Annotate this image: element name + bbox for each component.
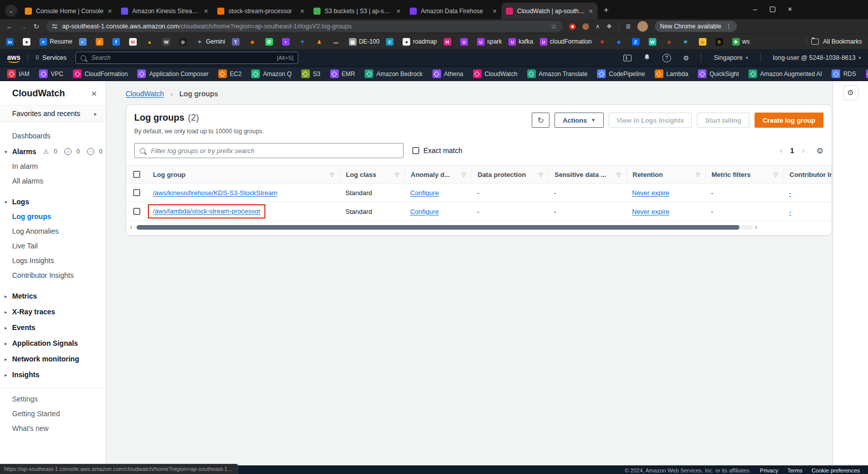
sidebar-close-icon[interactable]: × [91, 89, 97, 98]
site-info-icon[interactable] [52, 23, 58, 29]
service-shortcut[interactable]: Kinesis [866, 69, 868, 78]
forward-button[interactable]: → [20, 22, 27, 30]
column-header[interactable]: Contributor In ▽ [783, 166, 832, 183]
close-window-button[interactable]: × [788, 5, 792, 13]
service-shortcut[interactable]: RDS [832, 69, 856, 78]
chrome-update-button[interactable]: New Chrome available⋮ [655, 21, 737, 32]
tab-close-icon[interactable]: × [108, 7, 112, 15]
retention-link[interactable]: Never expire [632, 208, 669, 215]
scroll-left-icon[interactable]: ‹ [130, 224, 132, 231]
bookmark-item[interactable]: ▲ [146, 38, 156, 46]
footer-link[interactable]: Privacy [760, 467, 778, 473]
browser-tab[interactable]: Console Home | Console × [20, 3, 116, 19]
retention-link[interactable]: Never expire [632, 189, 669, 197]
filter-search-box[interactable] [134, 143, 404, 158]
bookmark-item[interactable]: ◉ [179, 38, 189, 46]
scrollbar-thumb[interactable] [137, 225, 739, 230]
all-bookmarks-button[interactable]: All Bookmarks [807, 38, 862, 45]
service-shortcut[interactable]: EC2 [218, 69, 242, 78]
service-shortcut[interactable]: Amazon Q [251, 69, 292, 78]
bookmark-item[interactable]: C [386, 38, 396, 46]
service-shortcut[interactable]: CloudWatch [473, 69, 518, 78]
cloudshell-icon[interactable]: ❯ [623, 55, 632, 61]
service-shortcut[interactable]: Athena [432, 69, 463, 78]
bookmark-item[interactable]: W [163, 38, 173, 46]
tab-close-icon[interactable]: × [204, 7, 208, 15]
filter-funnel-icon[interactable]: ▽ [462, 171, 466, 178]
sidebar-section-logs[interactable]: ▾ Logs [5, 198, 106, 206]
bookmark-item[interactable]: ◐ [79, 38, 89, 46]
log-group-link[interactable]: /aws/lambda/stock-stream-processor [153, 207, 260, 215]
sidebar-section-collapsed[interactable]: ▸ Metrics [5, 292, 106, 300]
bookmark-item[interactable]: ◆ [249, 38, 259, 46]
filter-funnel-icon[interactable]: ▽ [774, 171, 778, 178]
tab-search-button[interactable]: ⌄ [5, 5, 17, 17]
browser-tab[interactable]: Amazon Data Firehose × [405, 3, 501, 19]
filter-funnel-icon[interactable]: ▽ [395, 171, 399, 178]
sidebar-item-logs-child[interactable]: Log groups [12, 212, 106, 221]
bookmark-item[interactable]: ▤ DE-100 [349, 38, 380, 46]
row-checkbox[interactable] [133, 208, 140, 215]
sidebar-item-all-alarms[interactable]: All alarms [12, 177, 106, 185]
url-bar[interactable]: ap-southeast-1.console.aws.amazon.com/cl… [46, 21, 563, 32]
scroll-right-icon[interactable]: › [755, 224, 757, 231]
new-tab-button[interactable]: + [600, 4, 613, 17]
footer-link[interactable]: Cookie preferences [812, 467, 860, 473]
sidebar-item-logs-child[interactable]: Log Anomalies [12, 227, 106, 235]
aws-search-input[interactable] [90, 54, 272, 62]
reading-list-icon[interactable]: ≣ [625, 23, 630, 30]
region-selector[interactable]: Singapore▾ [714, 54, 748, 61]
table-preferences-gear-icon[interactable]: ⚙ [816, 146, 823, 156]
service-shortcut[interactable]: QuickSight [698, 69, 739, 78]
bookmark-item[interactable]: M [129, 38, 139, 46]
minimize-button[interactable]: – [753, 5, 757, 13]
bookmark-item[interactable]: 2 [96, 38, 106, 46]
column-header[interactable]: Sensitive data ... ▽ [548, 166, 626, 183]
exact-match-option[interactable]: Exact match [412, 147, 462, 155]
bookmark-item[interactable]: ✦ Gemini [196, 38, 225, 46]
service-shortcut[interactable]: S3 [301, 69, 321, 78]
service-shortcut[interactable]: Lambda [655, 69, 688, 78]
bookmark-item[interactable]: H [444, 38, 454, 46]
extension-cookie-icon[interactable] [582, 23, 589, 30]
view-logs-insights-button[interactable]: View in Logs Insights [609, 113, 692, 128]
contributor-insights-link[interactable]: - [789, 208, 791, 215]
bookmark-item[interactable]: ☺ [699, 38, 709, 46]
sidebar-section-collapsed[interactable]: ▸ Network monitoring [5, 355, 106, 363]
aws-logo[interactable]: aws [7, 53, 20, 63]
browser-tab[interactable]: Amazon Kinesis Streams × [116, 3, 213, 19]
bookmark-item[interactable]: ◈ [665, 38, 676, 46]
bookmark-item[interactable]: f [112, 38, 123, 46]
restore-button[interactable] [770, 7, 775, 12]
sidebar-item-bottom[interactable]: Settings [12, 395, 106, 403]
services-menu-button[interactable]: ⠿ Services [35, 54, 66, 61]
tab-close-icon[interactable]: × [397, 7, 401, 15]
notifications-bell-icon[interactable] [644, 54, 650, 62]
anomaly-configure-link[interactable]: Configure [410, 189, 439, 197]
extension-record-icon[interactable] [569, 23, 576, 30]
bookmark-item[interactable]: ∪ kafka [508, 38, 533, 46]
sidebar-item-logs-child[interactable]: Logs Insights [12, 257, 106, 265]
tab-close-icon[interactable]: × [300, 7, 304, 15]
sidebar-section-collapsed[interactable]: ▸ X-Ray traces [5, 308, 106, 316]
tools-gear-button[interactable]: ⚙ [843, 85, 858, 100]
create-log-group-button[interactable]: Create log group [755, 113, 823, 128]
help-icon[interactable]: ? [662, 54, 671, 62]
sidebar-item-dashboards[interactable]: Dashboards [12, 132, 106, 140]
settings-gear-icon[interactable]: ⚙ [683, 54, 689, 62]
bookmark-item[interactable]: ▬ [332, 38, 342, 46]
scrollbar-track[interactable] [135, 225, 753, 230]
log-group-link[interactable]: /aws/kinesisfirehose/KDS-S3-StockStream [153, 189, 278, 197]
filter-funnel-icon[interactable]: ▽ [330, 171, 334, 178]
bookmark-item[interactable]: ✳ [682, 38, 692, 46]
browser-tab[interactable]: stock-stream-processor × [213, 3, 309, 19]
service-shortcut[interactable]: Application Composer [137, 69, 208, 78]
menu-dots-icon[interactable]: ⋮ [726, 23, 732, 30]
column-header[interactable]: Metric filters ▽ [705, 166, 783, 183]
breadcrumb-cloudwatch-link[interactable]: CloudWatch [126, 90, 164, 98]
aws-search-bar[interactable]: [Alt+S] [75, 52, 298, 64]
horizontal-scrollbar[interactable]: ‹ › [126, 221, 762, 235]
sidebar-item-bottom[interactable]: What's new [12, 424, 106, 432]
browser-tab[interactable]: CloudWatch | ap-southe... × [501, 3, 598, 19]
extensions-puzzle-icon[interactable]: ❖ [607, 23, 612, 30]
